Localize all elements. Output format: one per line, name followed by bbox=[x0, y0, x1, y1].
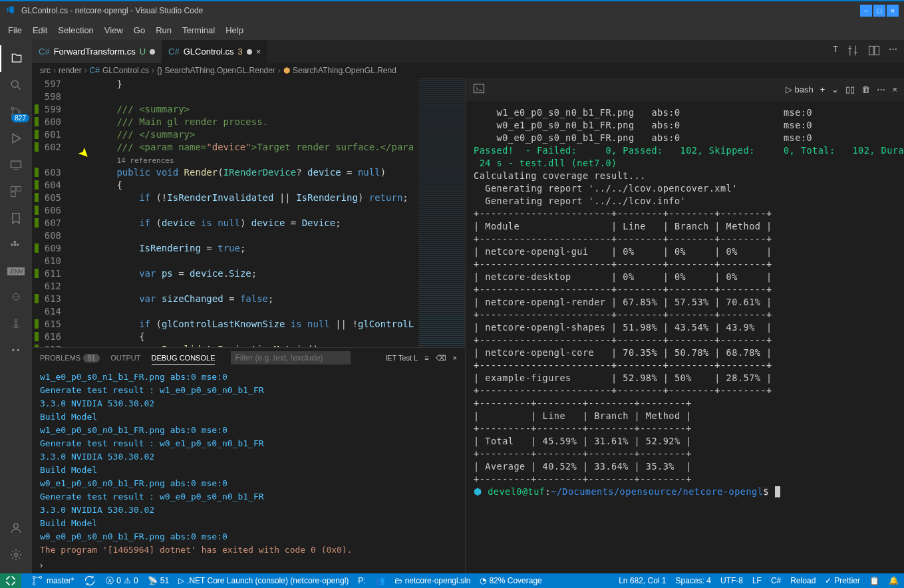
window-title: GLControl.cs - netcore-opengl - Visual S… bbox=[21, 6, 860, 15]
debug-launch[interactable]: ▷ .NET Core Launch (console) (netcore-op… bbox=[178, 576, 349, 585]
remote-explorer-icon[interactable] bbox=[0, 152, 32, 178]
problems-indicator[interactable]: ⓧ 0 ⚠ 0 bbox=[106, 575, 138, 587]
code-editor[interactable]: ➤ 59759859960060160260360460560660760860… bbox=[32, 78, 465, 573]
menu-selection[interactable]: Selection bbox=[53, 23, 98, 38]
language-mode[interactable]: C# bbox=[771, 576, 781, 585]
cursor-position[interactable]: Ln 682, Col 1 bbox=[619, 576, 666, 585]
panel-tab-debug[interactable]: DEBUG CONSOLE bbox=[152, 351, 216, 365]
anchor-icon[interactable] bbox=[0, 311, 32, 338]
panel-tab-output[interactable]: OUTPUT bbox=[110, 351, 140, 365]
menu-terminal[interactable]: Terminal bbox=[177, 23, 220, 38]
trash-icon[interactable]: 🗑 bbox=[861, 84, 870, 94]
more-icon[interactable]: ⋯ bbox=[877, 84, 885, 94]
live-share-icon[interactable]: 👥 bbox=[375, 576, 385, 585]
svg-point-23 bbox=[39, 576, 41, 578]
svg-rect-8 bbox=[11, 243, 13, 245]
modified-icon bbox=[247, 49, 252, 55]
svg-point-3 bbox=[18, 110, 21, 113]
feedback-icon[interactable]: 📋 bbox=[869, 576, 879, 585]
more-icon[interactable]: ⋯ bbox=[889, 44, 897, 59]
copilot-icon[interactable] bbox=[0, 285, 32, 311]
remote-indicator[interactable] bbox=[0, 573, 21, 588]
chevron-down-icon[interactable]: ⌄ bbox=[831, 84, 839, 94]
env-icon[interactable]: .ENV bbox=[0, 258, 32, 285]
menu-view[interactable]: View bbox=[99, 23, 128, 38]
menu-help[interactable]: Help bbox=[220, 23, 249, 38]
close-icon[interactable]: × bbox=[453, 354, 457, 362]
explorer-icon[interactable] bbox=[0, 45, 32, 72]
titlebar: GLControl.cs - netcore-opengl - Visual S… bbox=[0, 0, 904, 20]
svg-point-16 bbox=[14, 523, 19, 528]
menu-edit[interactable]: Edit bbox=[27, 23, 53, 38]
reload-button[interactable]: Reload bbox=[790, 576, 816, 585]
svg-rect-11 bbox=[17, 243, 19, 245]
debug-console-output[interactable]: w1_e0_p0_s0_n1_b1_FR.png abs:0 mse:0Gene… bbox=[32, 368, 465, 560]
tab-glcontrol[interactable]: C# GLControl.cs 3 × bbox=[162, 40, 267, 63]
svg-point-0 bbox=[11, 80, 18, 87]
ports-indicator[interactable]: 📡 51 bbox=[148, 576, 169, 585]
close-button[interactable]: × bbox=[887, 5, 899, 17]
new-terminal-icon[interactable]: + bbox=[820, 84, 826, 94]
bottom-panel: PROBLEMS51 OUTPUT DEBUG CONSOLE IET Test… bbox=[32, 347, 465, 573]
minimize-button[interactable]: − bbox=[860, 5, 872, 17]
line-gutter: 5975985996006016026036046056066076086096… bbox=[32, 78, 72, 347]
bookmarks-icon[interactable] bbox=[0, 205, 32, 231]
panel-tab-problems[interactable]: PROBLEMS51 bbox=[40, 351, 100, 365]
scm-icon[interactable]: 827 bbox=[0, 98, 32, 125]
account-icon[interactable] bbox=[0, 515, 32, 541]
svg-point-1 bbox=[11, 107, 14, 110]
settings-icon[interactable] bbox=[0, 541, 32, 568]
panel-filter[interactable] bbox=[231, 351, 351, 365]
run-debug-icon[interactable] bbox=[0, 125, 32, 152]
menu-run[interactable]: Run bbox=[150, 23, 177, 38]
menu-go[interactable]: Go bbox=[128, 23, 150, 38]
close-icon[interactable]: × bbox=[256, 47, 261, 57]
clear-icon[interactable]: ⌫ bbox=[436, 354, 446, 363]
panel-input-chevron[interactable]: › bbox=[32, 560, 465, 573]
terminal-toggle-icon[interactable] bbox=[472, 82, 486, 97]
svg-rect-4 bbox=[11, 161, 21, 168]
terminal-shell[interactable]: ▷ bash bbox=[786, 84, 814, 94]
close-icon[interactable]: × bbox=[892, 84, 897, 94]
prettier-indicator[interactable]: ✓ Prettier bbox=[825, 576, 860, 585]
menu-file[interactable]: File bbox=[3, 23, 27, 38]
quote-icon[interactable] bbox=[0, 338, 32, 365]
svg-rect-6 bbox=[17, 187, 21, 192]
statusbar: master* ⓧ 0 ⚠ 0 📡 51 ▷ .NET Core Launch … bbox=[0, 573, 904, 588]
launch-select[interactable]: IET Test L bbox=[385, 354, 418, 362]
compare-icon[interactable] bbox=[846, 44, 859, 59]
svg-point-15 bbox=[15, 320, 17, 322]
svg-point-14 bbox=[17, 296, 19, 297]
git-branch[interactable]: master* bbox=[31, 574, 74, 587]
breadcrumbs[interactable]: src› render› C# GLControl.cs› {} SearchA… bbox=[32, 63, 904, 78]
solution-indicator[interactable]: 🗁 netcore-opengl.sln bbox=[394, 576, 471, 585]
minimap[interactable] bbox=[418, 78, 465, 347]
tab-forwardtransform[interactable]: C# ForwardTransform.cs U bbox=[32, 40, 162, 63]
search-icon[interactable] bbox=[0, 72, 32, 98]
coverage-indicator[interactable]: ◔ 82% Coverage bbox=[480, 576, 541, 585]
extensions-icon[interactable] bbox=[0, 178, 32, 205]
text-tool-icon[interactable]: T bbox=[833, 44, 838, 59]
sync-icon[interactable] bbox=[83, 574, 96, 587]
bell-icon[interactable]: 🔔 bbox=[889, 576, 899, 585]
indentation[interactable]: Spaces: 4 bbox=[676, 576, 711, 585]
split-icon[interactable] bbox=[867, 44, 881, 59]
terminal-output[interactable]: w1_e0_p0_s0_n0_b1_FR.png abs:0 mse:0 w0_… bbox=[466, 101, 904, 573]
svg-point-22 bbox=[33, 583, 35, 585]
docker-icon[interactable] bbox=[0, 231, 32, 258]
menubar: File Edit Selection View Go Run Terminal… bbox=[0, 20, 904, 40]
tab-label: GLControl.cs bbox=[184, 47, 234, 57]
maximize-button[interactable]: □ bbox=[873, 5, 885, 17]
filter-input[interactable] bbox=[231, 351, 351, 365]
settings-icon[interactable]: ≡ bbox=[424, 354, 428, 362]
encoding[interactable]: UTF-8 bbox=[720, 576, 743, 585]
svg-rect-10 bbox=[14, 241, 16, 243]
editor-tabs: C# ForwardTransform.cs U C# GLControl.cs… bbox=[32, 40, 904, 63]
code-content[interactable]: } /// <summary> /// Main gl render proce… bbox=[72, 78, 418, 347]
p-indicator[interactable]: P: bbox=[358, 576, 365, 585]
terminal-panel: ▷ bash + ⌄ ▯▯ 🗑 ⋯ × w1_e0_p0_s0_n0_b1_FR… bbox=[465, 78, 904, 573]
activity-bar: 827 .ENV bbox=[0, 40, 32, 573]
svg-rect-7 bbox=[11, 192, 16, 197]
split-terminal-icon[interactable]: ▯▯ bbox=[845, 84, 855, 94]
eol[interactable]: LF bbox=[752, 576, 762, 585]
